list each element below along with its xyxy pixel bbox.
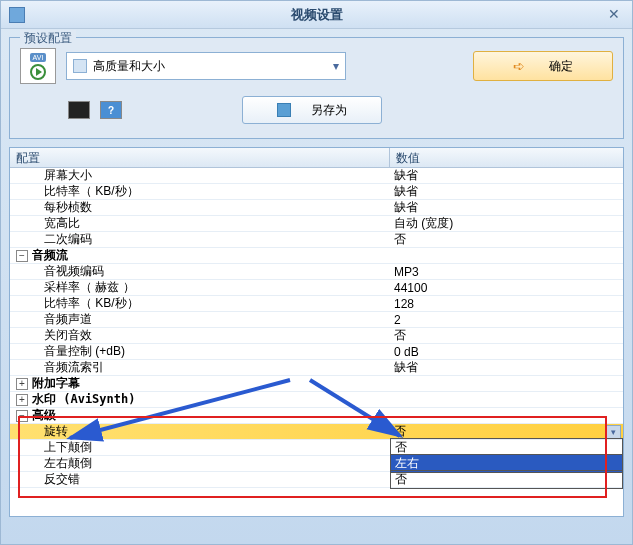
chevron-down-icon: ▾ — [333, 59, 339, 73]
collapse-icon[interactable]: − — [16, 410, 28, 422]
table-row[interactable]: 屏幕大小缺省 — [10, 168, 623, 184]
table-row[interactable]: 宽高比自动 (宽度) — [10, 216, 623, 232]
chevron-down-icon[interactable]: ▾ — [605, 425, 621, 439]
document-icon — [73, 59, 87, 73]
arrow-right-icon: ➪ — [513, 58, 525, 74]
row-label: 上下颠倒 — [16, 439, 92, 456]
header-config: 配置 — [10, 148, 390, 167]
settings-table: 配置 数值 屏幕大小缺省比特率（ KB/秒）缺省每秒桢数缺省宽高比自动 (宽度)… — [9, 147, 624, 517]
row-value: 缺省 — [390, 167, 623, 184]
expand-icon[interactable]: + — [16, 394, 28, 406]
table-row[interactable]: 采样率（ 赫兹 ）44100 — [10, 280, 623, 296]
row-label: 屏幕大小 — [16, 167, 92, 184]
table-row[interactable]: 每秒桢数缺省 — [10, 200, 623, 216]
row-label: 音量控制 (+dB) — [16, 343, 125, 360]
row-value: MP3 — [390, 265, 623, 279]
row-label: 附加字幕 — [32, 375, 80, 392]
table-row[interactable]: −音频流 — [10, 248, 623, 264]
titlebar: 视频设置 ✕ — [1, 1, 632, 29]
expand-icon[interactable]: + — [16, 378, 28, 390]
row-label: 比特率（ KB/秒） — [16, 183, 139, 200]
table-row[interactable]: −高级 — [10, 408, 623, 424]
ok-button[interactable]: ➪ 确定 — [473, 51, 613, 81]
table-row[interactable]: 音量控制 (+dB)0 dB — [10, 344, 623, 360]
row-label: 水印 (AviSynth) — [32, 391, 135, 408]
preset-value: 高质量和大小 — [93, 58, 165, 75]
avi-format-icon: AVI — [20, 48, 56, 84]
row-label: 音频流 — [32, 247, 68, 264]
table-header: 配置 数值 — [10, 148, 623, 168]
table-row[interactable]: 反交错否 — [10, 472, 623, 488]
table-row[interactable]: 音频声道2 — [10, 312, 623, 328]
row-label: 音视频编码 — [16, 263, 104, 280]
row-value: 否 — [390, 470, 623, 489]
close-button[interactable]: ✕ — [604, 5, 624, 23]
fieldset-label: 预设配置 — [20, 30, 76, 47]
row-label: 比特率（ KB/秒） — [16, 295, 139, 312]
play-icon — [30, 64, 46, 80]
row-label: 宽高比 — [16, 215, 80, 232]
row-label: 旋转 — [16, 423, 68, 440]
help-icon[interactable]: ? — [100, 101, 122, 119]
console-icon[interactable] — [68, 101, 90, 119]
table-row[interactable]: 音视频编码MP3 — [10, 264, 623, 280]
row-value: 缺省 — [390, 359, 623, 376]
row-value: 128 — [390, 297, 623, 311]
table-row[interactable]: 二次编码否 — [10, 232, 623, 248]
collapse-icon[interactable]: − — [16, 250, 28, 262]
row-label: 每秒桢数 — [16, 199, 92, 216]
row-value: 否 — [390, 231, 623, 248]
row-label: 高级 — [32, 407, 56, 424]
app-icon — [9, 7, 25, 23]
row-label: 关闭音效 — [16, 327, 92, 344]
header-value: 数值 — [390, 148, 623, 167]
table-row[interactable]: 关闭音效否 — [10, 328, 623, 344]
row-value: 自动 (宽度) — [390, 215, 623, 232]
row-label: 采样率（ 赫兹 ） — [16, 279, 135, 296]
disk-icon — [277, 103, 291, 117]
row-value: 否 — [390, 327, 623, 344]
row-label: 音频流索引 — [16, 359, 104, 376]
window-title: 视频设置 — [291, 6, 343, 24]
table-row[interactable]: +水印 (AviSynth) — [10, 392, 623, 408]
table-row[interactable]: 音频流索引缺省 — [10, 360, 623, 376]
row-value: 缺省 — [390, 199, 623, 216]
row-label: 音频声道 — [16, 311, 92, 328]
table-row[interactable]: +附加字幕 — [10, 376, 623, 392]
row-value: 0 dB — [390, 345, 623, 359]
row-label: 二次编码 — [16, 231, 92, 248]
row-value: 缺省 — [390, 183, 623, 200]
row-value: 2 — [390, 313, 623, 327]
table-body: 屏幕大小缺省比特率（ KB/秒）缺省每秒桢数缺省宽高比自动 (宽度)二次编码否−… — [10, 168, 623, 488]
row-label: 反交错 — [16, 471, 80, 488]
preset-fieldset: 预设配置 AVI 高质量和大小 ▾ ➪ 确定 ? 另 — [9, 37, 624, 139]
row-value: 44100 — [390, 281, 623, 295]
table-row[interactable]: 比特率（ KB/秒）缺省 — [10, 184, 623, 200]
save-as-button[interactable]: 另存为 — [242, 96, 382, 124]
row-label: 左右颠倒 — [16, 455, 92, 472]
table-row[interactable]: 比特率（ KB/秒）128 — [10, 296, 623, 312]
dialog-window: 视频设置 ✕ 预设配置 AVI 高质量和大小 ▾ ➪ 确定 ? — [0, 0, 633, 545]
preset-dropdown[interactable]: 高质量和大小 ▾ — [66, 52, 346, 80]
